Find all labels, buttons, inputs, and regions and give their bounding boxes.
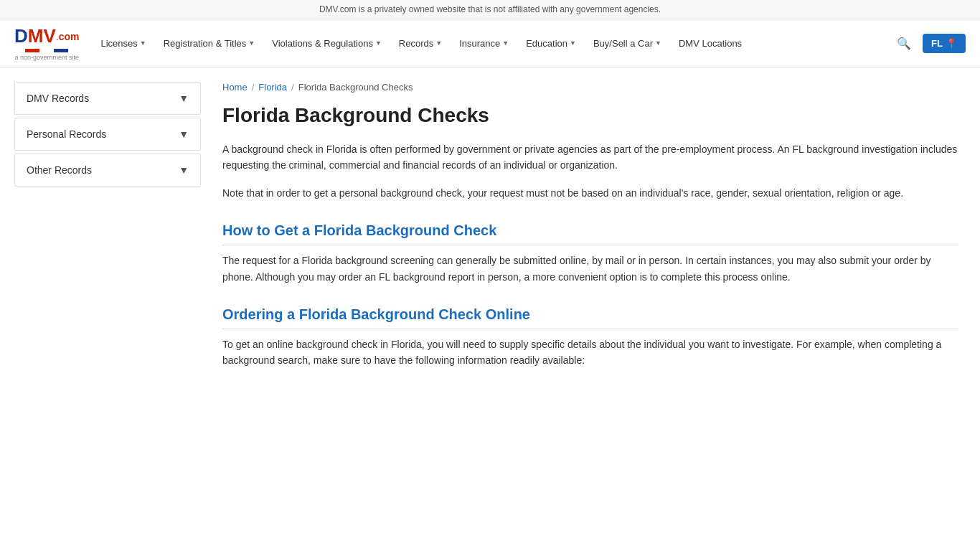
sidebar-other-records-header[interactable]: Other Records ▼ — [15, 154, 200, 186]
header-right: 🔍 FL 📍 — [892, 32, 966, 55]
banner-text: DMV.com is a privately owned website tha… — [319, 4, 661, 14]
chevron-down-icon: ▼ — [179, 164, 189, 176]
section-2-paragraph-1: To get an online background check in Flo… — [222, 336, 958, 369]
page-title: Florida Background Checks — [222, 104, 958, 127]
search-icon: 🔍 — [897, 37, 911, 50]
main-content: Home / Florida / Florida Background Chec… — [215, 82, 966, 380]
breadcrumb-state[interactable]: Florida — [258, 82, 287, 93]
state-selector-button[interactable]: FL 📍 — [923, 34, 966, 53]
nav-education[interactable]: Education ▼ — [519, 32, 583, 55]
sidebar-personal-records-header[interactable]: Personal Records ▼ — [15, 118, 200, 150]
main-nav: Licenses ▼ Registration & Titles ▼ Viola… — [93, 32, 878, 55]
chevron-down-icon: ▼ — [502, 39, 509, 47]
chevron-down-icon: ▼ — [179, 128, 189, 140]
chevron-down-icon: ▼ — [375, 39, 382, 47]
top-banner: DMV.com is a privately owned website tha… — [0, 0, 980, 19]
breadcrumb-home[interactable]: Home — [222, 82, 248, 93]
header: D MV . com a non-government site License… — [0, 19, 980, 67]
nav-registration[interactable]: Registration & Titles ▼ — [156, 32, 263, 55]
sidebar: DMV Records ▼ Personal Records ▼ Other R… — [14, 82, 201, 380]
chevron-down-icon: ▼ — [655, 39, 661, 47]
sidebar-item-other-records: Other Records ▼ — [14, 154, 201, 187]
logo-graphic: D MV . com — [14, 25, 79, 47]
nav-insurance[interactable]: Insurance ▼ — [452, 32, 516, 55]
breadcrumb: Home / Florida / Florida Background Chec… — [222, 82, 958, 93]
section-heading-2: Ordering a Florida Background Check Onli… — [222, 306, 958, 329]
intro-paragraph-2: Note that in order to get a personal bac… — [222, 185, 958, 201]
nav-licenses[interactable]: Licenses ▼ — [93, 32, 153, 55]
breadcrumb-current: Florida Background Checks — [298, 82, 413, 93]
chevron-down-icon: ▼ — [140, 39, 146, 47]
chevron-down-icon: ▼ — [570, 39, 576, 47]
chevron-down-icon: ▼ — [248, 39, 255, 47]
breadcrumb-separator: / — [252, 82, 255, 93]
logo[interactable]: D MV . com a non-government site — [14, 25, 79, 61]
main-layout: DMV Records ▼ Personal Records ▼ Other R… — [0, 67, 980, 395]
sidebar-dmv-records-header[interactable]: DMV Records ▼ — [15, 83, 200, 114]
breadcrumb-separator-2: / — [291, 82, 294, 93]
sidebar-item-dmv-records: DMV Records ▼ — [14, 82, 201, 115]
intro-paragraph-1: A background check in Florida is often p… — [222, 141, 958, 174]
logo-sub: a non-government site — [14, 54, 79, 61]
search-button[interactable]: 🔍 — [892, 32, 915, 55]
logo-stripe — [25, 49, 68, 52]
section-1-paragraph-1: The request for a Florida background scr… — [222, 253, 958, 285]
section-heading-1: How to Get a Florida Background Check — [222, 222, 958, 245]
nav-buy-sell[interactable]: Buy/Sell a Car ▼ — [586, 32, 669, 55]
chevron-down-icon: ▼ — [435, 39, 442, 47]
nav-dmv-locations[interactable]: DMV Locations — [672, 32, 749, 55]
chevron-down-icon: ▼ — [179, 93, 189, 104]
nav-records[interactable]: Records ▼ — [392, 32, 449, 55]
location-icon: 📍 — [946, 38, 957, 49]
nav-violations[interactable]: Violations & Regulations ▼ — [265, 32, 389, 55]
sidebar-item-personal-records: Personal Records ▼ — [14, 118, 201, 151]
